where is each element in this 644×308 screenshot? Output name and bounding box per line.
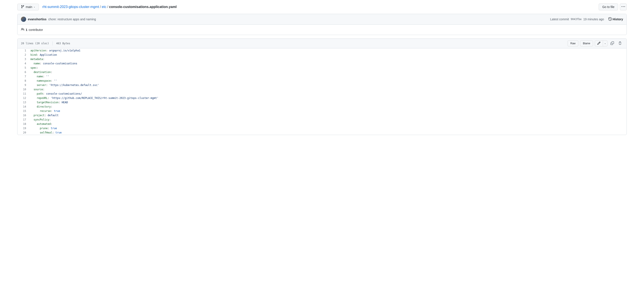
code-meta: 20 lines (20 sloc) 463 Bytes (21, 42, 70, 45)
line-number[interactable]: 13 (18, 100, 28, 104)
edit-dropdown-button[interactable] (603, 40, 608, 46)
line-number[interactable]: 12 (18, 96, 28, 100)
avatar[interactable] (21, 17, 26, 22)
copy-button[interactable] (609, 40, 615, 46)
commit-message[interactable]: chore: restructure apps and naming (48, 18, 96, 21)
code-line: 10 source: (18, 87, 626, 92)
contributors-row: 1 contributor (18, 24, 626, 35)
breadcrumb-separator: / (107, 5, 108, 9)
kebab-menu-button[interactable] (620, 4, 627, 10)
go-to-file-button[interactable]: Go to file (599, 4, 618, 10)
delete-button[interactable] (617, 40, 623, 46)
line-content: metadata: (28, 57, 626, 61)
file-nav-left: main rht-summit-2023-gitops-cluster-mgmt… (17, 4, 177, 10)
line-content: namespace: '' (28, 78, 626, 83)
caret-down-icon (604, 42, 606, 45)
line-number[interactable]: 11 (18, 92, 28, 96)
latest-commit-label: Latest commit (550, 18, 569, 21)
line-content: syncPolicy: (28, 118, 626, 122)
line-number[interactable]: 10 (18, 87, 28, 92)
line-number[interactable]: 4 (18, 61, 28, 66)
lines-info: 20 lines (20 sloc) (21, 42, 49, 45)
line-content: project: default (28, 113, 626, 118)
code-line: 13 targetRevision: HEAD (18, 100, 626, 104)
line-content: destination: (28, 70, 626, 74)
bytes-info: 463 Bytes (56, 42, 70, 45)
code-line: 15 recurse: true (18, 109, 626, 113)
code-line: 19 prune: true (18, 126, 626, 130)
line-number[interactable]: 16 (18, 113, 28, 118)
line-content: directory: (28, 104, 626, 109)
commit-meta: Latest commit 9043fbe 19 minutes ago His… (550, 17, 623, 22)
history-icon (608, 17, 612, 22)
breadcrumb: rht-summit-2023-gitops-cluster-mgmt / et… (42, 5, 177, 9)
line-number[interactable]: 7 (18, 74, 28, 78)
edit-button[interactable] (595, 40, 603, 46)
file-nav-right: Go to file (599, 4, 627, 10)
line-number[interactable]: 8 (18, 78, 28, 83)
line-number[interactable]: 20 (18, 130, 28, 135)
file-navigation: main rht-summit-2023-gitops-cluster-mgmt… (17, 4, 627, 10)
blame-button[interactable]: Blame (580, 40, 593, 46)
trash-icon (618, 42, 622, 46)
code-line: 4 name: console-customisations (18, 61, 626, 66)
code-line: 6 destination: (18, 70, 626, 74)
line-number[interactable]: 18 (18, 122, 28, 126)
contributor-label: contributor (29, 28, 43, 32)
line-content: apiVersion: argoproj.io/v1alpha1 (28, 48, 626, 53)
raw-button[interactable]: Raw (568, 40, 578, 46)
breadcrumb-file: console-customisations.application.yaml (109, 5, 177, 9)
edit-button-group (595, 40, 608, 46)
kebab-icon (622, 5, 625, 9)
line-content: kind: Application (28, 53, 626, 57)
line-number[interactable]: 9 (18, 83, 28, 87)
line-content: prune: true (28, 126, 626, 130)
commit-sha-link[interactable]: 9043fbe (570, 18, 582, 21)
line-content: name: '' (28, 74, 626, 78)
line-content: spec: (28, 66, 626, 70)
branch-select-button[interactable]: main (17, 4, 39, 10)
branch-name: main (26, 5, 32, 9)
pencil-icon (597, 42, 600, 46)
line-number[interactable]: 17 (18, 118, 28, 122)
line-content: server: 'https://kubernetes.default.svc' (28, 83, 626, 87)
breadcrumb-repo-link[interactable]: rht-summit-2023-gitops-cluster-mgmt (42, 5, 99, 9)
line-number[interactable]: 5 (18, 66, 28, 70)
branch-icon (21, 5, 24, 9)
code-header: 20 lines (20 sloc) 463 Bytes Raw Blame (18, 39, 626, 48)
history-link[interactable]: History (608, 17, 623, 22)
code-viewer: 20 lines (20 sloc) 463 Bytes Raw Blame (17, 38, 627, 135)
code-line: 8 namespace: '' (18, 78, 626, 83)
line-number[interactable]: 15 (18, 109, 28, 113)
line-content: recurse: true (28, 109, 626, 113)
code-line: 12 repoURL: 'https://github.com/REPLACE_… (18, 96, 626, 100)
code-line: 9 server: 'https://kubernetes.default.sv… (18, 83, 626, 87)
line-number[interactable]: 1 (18, 48, 28, 53)
line-content: source: (28, 87, 626, 92)
code-line: 17 syncPolicy: (18, 118, 626, 122)
divider (52, 42, 53, 45)
line-number[interactable]: 6 (18, 70, 28, 74)
commit-author-link[interactable]: evanshortiss (28, 18, 46, 21)
code-line: 2kind: Application (18, 53, 626, 57)
code-line: 5spec: (18, 66, 626, 70)
code-line: 14 directory: (18, 104, 626, 109)
line-number[interactable]: 2 (18, 53, 28, 57)
code-line: 20 selfHeal: true (18, 130, 626, 135)
code-line: 3metadata: (18, 57, 626, 61)
line-content: name: console-customisations (28, 61, 626, 66)
breadcrumb-separator: / (100, 5, 101, 9)
breadcrumb-folder-link[interactable]: etc (102, 5, 106, 9)
code-line: 1apiVersion: argoproj.io/v1alpha1 (18, 48, 626, 53)
line-content: path: console-customisations/ (28, 92, 626, 96)
line-number[interactable]: 14 (18, 104, 28, 109)
commit-header: evanshortiss chore: restructure apps and… (18, 14, 626, 24)
code-line: 7 name: '' (18, 74, 626, 78)
line-number[interactable]: 19 (18, 126, 28, 130)
contributor-count: 1 (26, 28, 28, 32)
history-label: History (613, 18, 623, 21)
commit-box: evanshortiss chore: restructure apps and… (17, 14, 627, 35)
line-number[interactable]: 3 (18, 57, 28, 61)
people-icon (21, 28, 24, 32)
code-actions: Raw Blame (568, 40, 623, 46)
